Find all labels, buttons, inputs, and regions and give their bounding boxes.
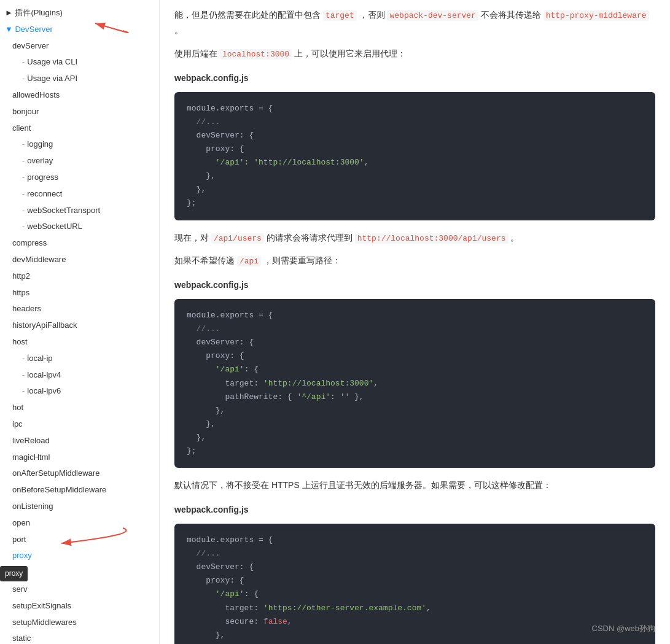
sidebar-item-websockettransport[interactable]: -webSocketTransport [0, 203, 159, 219]
sidebar-item-port[interactable]: port [0, 532, 159, 548]
watermark: CSDN @web孙狗 [592, 623, 656, 634]
file-label-1: webpack.config.js [174, 71, 655, 86]
sidebar-item-hot[interactable]: hot [0, 400, 159, 416]
code-block-3: module.exports = { //... devServer: { pr… [174, 524, 655, 644]
sidebar-item-overlay[interactable]: -overlay [0, 153, 159, 169]
sidebar-item-plugins[interactable]: ► 插件(Plugins) [0, 5, 159, 21]
sidebar-item-websocketurl[interactable]: -webSocketURL [0, 219, 159, 235]
sidebar-item-magichtml[interactable]: magicHtml [0, 449, 159, 466]
sidebar-item-onlistening[interactable]: onListening [0, 499, 159, 515]
proxy-tooltip: proxy [0, 566, 28, 581]
sidebar-item-static[interactable]: static [0, 630, 159, 644]
sidebar-item-setupexitsignals[interactable]: setupExitSignals [0, 598, 159, 615]
sidebar-item-headers[interactable]: headers [0, 301, 159, 317]
sidebar-item-usage-api[interactable]: -Usage via API [0, 71, 159, 87]
text1: 使用后端在 localhost:3000 上，可以使用它来启用代理： [174, 46, 655, 61]
sidebar-item-https[interactable]: https [0, 285, 159, 301]
sidebar-item-reconnect[interactable]: -reconnect [0, 186, 159, 203]
sidebar-item-serv[interactable]: serv [0, 581, 159, 598]
sidebar-item-livereload[interactable]: liveReload [0, 433, 159, 449]
arrow-icon: ► [5, 8, 15, 17]
sidebar-item-http2[interactable]: http2 [0, 268, 159, 285]
sidebar-item-compress[interactable]: compress [0, 235, 159, 252]
sidebar-item-open[interactable]: open [0, 515, 159, 532]
sidebar-item-allowedhosts[interactable]: allowedHosts [0, 87, 159, 104]
text4: 默认情况下，将不接受在 HTTPS 上运行且证书无效的后端服务器。如果需要，可以… [174, 478, 655, 493]
file-label-2: webpack.config.js [174, 278, 655, 293]
sidebar-item-proxy[interactable]: proxy proxy [0, 548, 159, 564]
sidebar-item-devmiddleware[interactable]: devMiddleware [0, 252, 159, 268]
file-label-3: webpack.config.js [174, 503, 655, 518]
sidebar-item-local-ipv6[interactable]: -local-ipv6 [0, 383, 159, 400]
sidebar-item-client[interactable]: client [0, 120, 159, 137]
sidebar-item-host[interactable]: host [0, 334, 159, 351]
arrow-down-icon: ▼ [5, 25, 15, 34]
main-content: 能，但是仍然需要在此处的配置中包含 target ，否则 webpack-dev… [160, 0, 670, 644]
sidebar-item-local-ipv4[interactable]: -local-ipv4 [0, 367, 159, 384]
intro-text: 能，但是仍然需要在此处的配置中包含 target ，否则 webpack-dev… [174, 7, 655, 39]
code-block-1: module.exports = { //... devServer: { pr… [174, 92, 655, 220]
text3: 如果不希望传递 /api ，则需要重写路径： [174, 253, 655, 268]
sidebar-item-logging[interactable]: -logging [0, 136, 159, 153]
sidebar-item-devserver-section[interactable]: ▼ DevServer [0, 21, 159, 38]
sidebar-item-bonjour[interactable]: bonjour [0, 104, 159, 120]
sidebar-item-onbeforesetupmiddleware[interactable]: onBeforeSetupMiddleware [0, 482, 159, 499]
sidebar-item-setupmiddlewares[interactable]: setupMiddlewares [0, 615, 159, 631]
text2: 现在，对 /api/users 的请求会将请求代理到 http://localh… [174, 230, 655, 246]
sidebar-item-devserver[interactable]: devServer [0, 38, 159, 55]
sidebar-item-historyapifallback[interactable]: historyApiFallback [0, 317, 159, 334]
sidebar-item-usage-cli[interactable]: -Usage via CLI [0, 54, 159, 71]
sidebar-item-local-ip[interactable]: -local-ip [0, 351, 159, 367]
sidebar-item-ipc[interactable]: ipc [0, 416, 159, 433]
sidebar-item-progress[interactable]: -progress [0, 169, 159, 186]
sidebar: ► 插件(Plugins) ▼ DevServer devServer -Usa… [0, 0, 160, 644]
sidebar-item-onaftersetupmiddleware[interactable]: onAfterSetupMiddleware [0, 465, 159, 482]
code-block-2: module.exports = { //... devServer: { pr… [174, 299, 655, 468]
